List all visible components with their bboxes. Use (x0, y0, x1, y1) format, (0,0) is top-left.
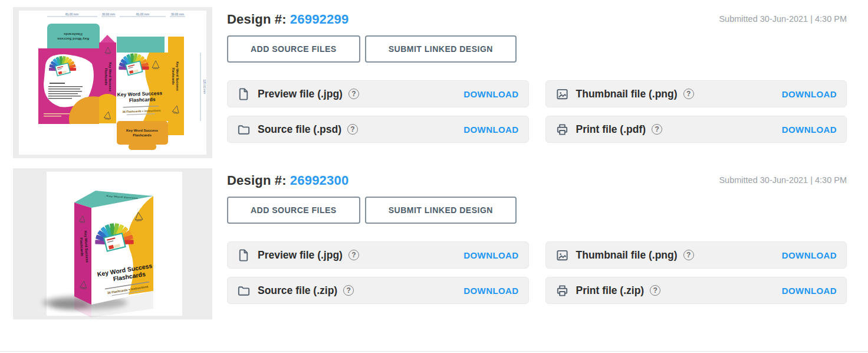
dim-label: 81.00 mm (65, 12, 78, 16)
submitted-timestamp: Submitted 30-Jun-2021 | 4:30 PM (719, 12, 847, 24)
download-link[interactable]: DOWNLOAD (463, 125, 518, 135)
dieline-spine-title: Key Word Success (108, 62, 112, 91)
image-icon (555, 87, 569, 101)
svg-text:Flashcards: Flashcards (104, 68, 108, 85)
dim-label-side: 120.00 mm (203, 79, 206, 94)
download-link[interactable]: DOWNLOAD (463, 250, 518, 260)
submit-linked-design-button[interactable]: SUBMIT LINKED DESIGN (365, 197, 517, 224)
file-row-print: Print file (.zip) ? DOWNLOAD (545, 277, 847, 304)
help-icon[interactable]: ? (683, 250, 694, 260)
design-details: Design #:26992299 Submitted 30-Jun-2021 … (227, 7, 847, 158)
download-link[interactable]: DOWNLOAD (782, 286, 837, 296)
svg-text:Flashcards: Flashcards (63, 32, 82, 36)
dieline-flap2-title: Key Word Success (126, 129, 159, 132)
file-row-thumbnail: Thumbnail file (.png) ? DOWNLOAD (545, 241, 847, 269)
download-link[interactable]: DOWNLOAD (782, 125, 837, 135)
design-section: Key Word Success Flashcards 36 Flashcard… (13, 168, 847, 319)
file-row-source: Source file (.psd) ? DOWNLOAD (227, 116, 529, 143)
design-title: Design #:26992300 (227, 173, 348, 188)
file-icon (237, 249, 251, 262)
add-source-files-button[interactable]: ADD SOURCE FILES (227, 35, 360, 63)
svg-text:Flashcards: Flashcards (129, 96, 156, 103)
design-dieline-thumbnail[interactable]: 81.00 mm 30.00 mm 81.00 mm 30.00 mm 120.… (13, 7, 212, 158)
file-row-thumbnail: Thumbnail file (.png) ? DOWNLOAD (545, 80, 847, 107)
download-link[interactable]: DOWNLOAD (782, 250, 837, 260)
image-icon (555, 249, 569, 262)
file-label: Source file (.psd) (258, 123, 341, 136)
file-label: Source file (.zip) (258, 285, 337, 297)
submit-linked-design-button[interactable]: SUBMIT LINKED DESIGN (365, 35, 517, 63)
download-link[interactable]: DOWNLOAD (463, 89, 518, 99)
help-icon[interactable]: ? (347, 124, 358, 135)
file-label: Thumbnail file (.png) (576, 88, 678, 100)
printer-icon (555, 284, 569, 298)
file-row-preview: Preview file (.jpg) ? DOWNLOAD (227, 241, 529, 269)
design-details: Design #:26992300 Submitted 30-Jun-2021 … (227, 168, 847, 319)
file-row-source: Source file (.zip) ? DOWNLOAD (227, 277, 529, 304)
download-link[interactable]: DOWNLOAD (463, 286, 518, 296)
help-icon[interactable]: ? (650, 285, 660, 296)
svg-text:Flashcards: Flashcards (133, 133, 152, 137)
svg-text:Flashcards: Flashcards (172, 67, 175, 84)
design-number-link[interactable]: 26992300 (290, 173, 348, 188)
design-title: Design #:26992299 (227, 12, 348, 27)
dim-label: 81.00 mm (136, 12, 149, 16)
files-grid: Preview file (.jpg) ? DOWNLOAD Thumbnail… (227, 80, 847, 143)
files-grid: Preview file (.jpg) ? DOWNLOAD Thumbnail… (227, 241, 847, 304)
design-number-link[interactable]: 26992299 (290, 12, 348, 27)
dim-label: 30.00 mm (171, 12, 184, 16)
help-icon[interactable]: ? (652, 124, 662, 135)
help-icon[interactable]: ? (348, 250, 359, 260)
printer-icon (555, 123, 569, 136)
file-label: Preview file (.jpg) (258, 88, 343, 100)
dieline-column-title: Key Word Success (176, 61, 179, 90)
dim-label: 30.00 mm (102, 12, 115, 16)
help-icon[interactable]: ? (683, 89, 694, 99)
file-label: Thumbnail file (.png) (576, 249, 678, 262)
submitted-timestamp: Submitted 30-Jun-2021 | 4:30 PM (719, 173, 847, 185)
add-source-files-button[interactable]: ADD SOURCE FILES (227, 197, 360, 224)
file-row-print: Print file (.pdf) ? DOWNLOAD (545, 116, 847, 143)
folder-icon (237, 123, 251, 136)
dieline-flap-title: Key Word Success (57, 37, 89, 41)
design-section: 81.00 mm 30.00 mm 81.00 mm 30.00 mm 120.… (13, 7, 847, 158)
folder-icon (237, 284, 251, 298)
file-label: Preview file (.jpg) (258, 249, 343, 262)
bottom-divider (0, 351, 868, 352)
file-row-preview: Preview file (.jpg) ? DOWNLOAD (227, 80, 529, 107)
help-icon[interactable]: ? (343, 285, 354, 296)
file-label: Print file (.pdf) (576, 123, 646, 136)
design-title-prefix: Design #: (227, 12, 287, 27)
design-box-thumbnail[interactable]: Key Word Success Flashcards 36 Flashcard… (13, 168, 212, 319)
design-title-prefix: Design #: (227, 173, 287, 188)
file-label: Print file (.zip) (576, 285, 645, 297)
help-icon[interactable]: ? (348, 89, 359, 99)
download-link[interactable]: DOWNLOAD (782, 89, 837, 99)
file-icon (237, 87, 251, 101)
